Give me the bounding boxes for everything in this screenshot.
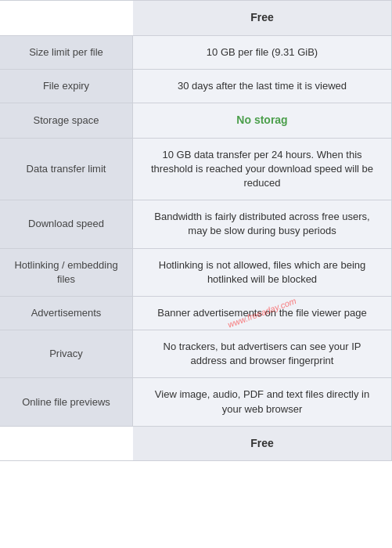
label-cell-advertisements: Advertisements	[0, 297, 133, 330]
watermark: www.freeaday.com	[226, 295, 298, 331]
value-cell-size-limit: 10 GB per file (9.31 GiB)	[133, 36, 392, 69]
label-cell-storage-space: Storage space	[0, 103, 133, 138]
table-row-file-expiry: File expiry30 days after the last time i…	[0, 70, 392, 103]
table-row-privacy: PrivacyNo trackers, but advertisers can …	[0, 330, 392, 378]
table-row-advertisements: AdvertisementsBanner advertisements on t…	[0, 297, 392, 330]
pricing-table: FreeSize limit per file10 GB per file (9…	[0, 0, 392, 461]
header-cell-header: Free	[133, 1, 392, 35]
value-cell-file-expiry: 30 days after the last time it is viewed	[133, 70, 392, 103]
value-cell-download-speed: Bandwidth is fairly distributed across f…	[133, 200, 392, 247]
label-cell-online-previews: Online file previews	[0, 378, 133, 425]
header-cell-footer: Free	[133, 427, 392, 461]
label-cell-download-speed: Download speed	[0, 200, 133, 247]
table-row-online-previews: Online file previewsView image, audio, P…	[0, 378, 392, 426]
label-cell-hotlinking: Hotlinking / embed­ding files	[0, 249, 133, 296]
table-row-download-speed: Download speedBandwidth is fairly distri…	[0, 200, 392, 248]
table-row-storage-space: Storage spaceNo storag	[0, 103, 392, 139]
value-cell-storage-space: No storag	[133, 103, 392, 138]
table-row-footer: Free	[0, 427, 392, 462]
table-row-hotlinking: Hotlinking / embed­ding filesHotlinking …	[0, 249, 392, 297]
label-cell-privacy: Privacy	[0, 330, 133, 377]
label-cell-file-expiry: File expiry	[0, 70, 133, 103]
value-cell-data-transfer: 10 GB data transfer per 24 hours. When t…	[133, 139, 392, 200]
value-cell-privacy: No trackers, but advertisers can see you…	[133, 330, 392, 377]
label-cell-size-limit: Size limit per file	[0, 36, 133, 69]
table-row-data-transfer: Data transfer limit10 GB data transfer p…	[0, 139, 392, 201]
value-cell-hotlinking: Hotlinking is not allowed, files which a…	[133, 249, 392, 296]
table-row-header: Free	[0, 0, 392, 36]
value-cell-online-previews: View image, audio, PDF and text files di…	[133, 378, 392, 425]
table-row-size-limit: Size limit per file10 GB per file (9.31 …	[0, 36, 392, 70]
label-cell-data-transfer: Data transfer limit	[0, 139, 133, 200]
value-cell-advertisements: Banner advertisements on the file viewer…	[133, 297, 392, 330]
